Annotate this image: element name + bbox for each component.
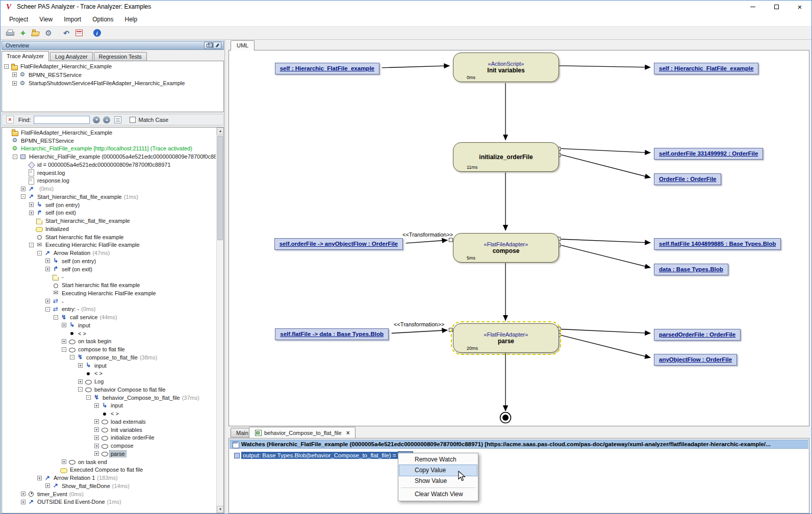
expander-collapsed-icon[interactable]: + <box>12 72 17 77</box>
tree-item[interactable]: +(0ms) <box>3 185 216 193</box>
tree-item[interactable]: -call service(44ms) <box>3 313 216 321</box>
expander-collapsed-icon[interactable]: + <box>21 500 26 504</box>
tree-item[interactable]: +OUTSIDE End Event-Done(1ms) <box>3 498 216 506</box>
find-clear-icon[interactable]: × <box>6 116 14 123</box>
expander-expanded-icon[interactable]: - <box>13 155 17 159</box>
close-tab-icon[interactable]: × <box>346 430 350 436</box>
tree-item[interactable]: Executing Hierarchic FlatFile example <box>3 289 216 297</box>
expander-collapsed-icon[interactable]: + <box>45 267 50 271</box>
print-button[interactable] <box>5 28 16 39</box>
tree-item[interactable]: -Hierarchic_FlatFile_example (0000005a4e… <box>3 152 216 161</box>
expander-expanded-icon[interactable]: - <box>86 395 91 400</box>
tree-item[interactable]: +self (on exit) <box>3 265 216 273</box>
pin-panel-button[interactable] <box>213 42 221 49</box>
tree-item[interactable]: -Executing Hierarchic FlatFile example <box>3 241 216 249</box>
watch-row[interactable]: output: Base Types.Blob(behavior_Compose… <box>233 451 413 459</box>
tree-item[interactable]: +Arrow Relation 1(183ms) <box>3 474 216 482</box>
expander-collapsed-icon[interactable]: + <box>94 427 99 432</box>
tree-item[interactable]: +on task begin <box>3 338 216 346</box>
tree-item[interactable]: Executed Compose to flat file <box>3 466 216 474</box>
expander-expanded-icon[interactable]: - <box>29 243 34 247</box>
tree-item[interactable]: Start_hierarchic_flat_file_example <box>3 217 216 225</box>
tree-item[interactable]: < > <box>3 409 216 418</box>
menu-import[interactable]: Import <box>58 14 87 25</box>
tab-trace-analyzer[interactable]: Trace Analyzer <box>2 51 49 61</box>
menu-project[interactable]: Project <box>4 14 34 25</box>
expander-collapsed-icon[interactable]: + <box>62 339 66 344</box>
object-node-anyobjectflow[interactable]: anyObjectFlow : OrderFile <box>654 354 737 366</box>
context-menu-item-clear-watch-view[interactable]: Clear Watch View <box>399 489 477 500</box>
tree-item[interactable]: +timer_Event(0ms) <box>3 490 216 498</box>
tree-item[interactable]: response.log <box>3 177 216 185</box>
tree-item[interactable]: BPMN_RESTService <box>3 137 216 145</box>
tree-item[interactable]: -FlatFileAdapter_Hierarchic_Example <box>2 62 223 71</box>
expander-collapsed-icon[interactable]: + <box>94 435 99 440</box>
tree-item[interactable]: -entry: -(0ms) <box>3 305 216 314</box>
expander-collapsed-icon[interactable]: + <box>62 459 66 464</box>
watches-header[interactable]: Watches (Hierarchic_FlatFile_example (00… <box>230 440 808 449</box>
tree-item[interactable]: +compose <box>3 442 216 450</box>
object-node-orderfile[interactable]: OrderFile : OrderFile <box>654 173 721 185</box>
tab-regression-tests[interactable]: Regression Tests <box>94 52 147 61</box>
context-menu-item-remove-watch[interactable]: Remove Watch <box>399 454 477 465</box>
float-panel-button[interactable] <box>204 42 212 49</box>
tree-item[interactable]: < > <box>3 329 216 338</box>
tree-item[interactable]: -behavior_Compose_to_flat_file(37ms) <box>3 394 216 402</box>
expander-collapsed-icon[interactable]: + <box>21 187 26 191</box>
tree-item[interactable]: - <box>3 273 216 281</box>
find-next-icon[interactable]: ▾ <box>93 116 100 123</box>
object-node-self-in[interactable]: self : Hierarchic_FlatFile_example <box>275 63 379 74</box>
object-node-self-flatfile[interactable]: self.flatFile 1404899885 : Base Types.Bl… <box>654 238 781 250</box>
expander-expanded-icon[interactable]: - <box>37 251 42 255</box>
tree-item[interactable]: +self (on entry) <box>3 257 216 265</box>
expander-collapsed-icon[interactable]: + <box>29 211 34 215</box>
open-button[interactable] <box>30 28 41 39</box>
scroll-down-icon[interactable]: ▼ <box>217 506 224 513</box>
expander-expanded-icon[interactable]: - <box>54 315 58 320</box>
find-prev-icon[interactable]: ▴ <box>103 116 110 123</box>
expander-collapsed-icon[interactable]: + <box>94 444 99 448</box>
tree-item[interactable]: Start hierarchic flat file example <box>3 233 216 241</box>
menu-help[interactable]: Help <box>119 14 143 25</box>
expander-expanded-icon[interactable]: - <box>4 64 9 69</box>
tree-item[interactable]: -Arrow Relation(47ms) <box>3 249 216 257</box>
tree-item[interactable]: Initialized <box>3 225 216 233</box>
activity-node-init-variables[interactable]: «ActionScript» Init variables 0ms <box>453 53 559 82</box>
object-node-flatfile-transformation[interactable]: self.flatFile -> data : Base Types.Blob <box>275 328 389 340</box>
tree-item[interactable]: +Show_flat_fileDone(14ms) <box>3 482 216 490</box>
tree-item[interactable]: -Start_hierarchic_flat_file_example(1ms) <box>3 193 216 201</box>
expander-collapsed-icon[interactable]: + <box>12 81 17 86</box>
expander-collapsed-icon[interactable]: + <box>94 451 99 456</box>
tab-uml[interactable]: UML <box>231 40 255 50</box>
report-button[interactable] <box>73 28 85 39</box>
tree-item[interactable]: +on task end <box>3 458 216 466</box>
tree-item[interactable]: +StartupShutdownService4FlatFileAdapter_… <box>2 79 223 88</box>
find-input[interactable] <box>34 116 90 124</box>
tree-item[interactable]: FlatFileAdapter_Hierarchic_Example <box>3 128 216 137</box>
tree-item[interactable]: +BPMN_RESTService <box>2 71 223 80</box>
minimize-button[interactable] <box>741 1 765 13</box>
menu-options[interactable]: Options <box>87 14 119 25</box>
tree-scrollbar[interactable]: ▲ ▼ <box>216 127 223 513</box>
activity-node-parse[interactable]: «FlatFileAdapter» parse 20ms <box>453 323 559 353</box>
activity-node-compose[interactable]: «FlatFileAdapter» compose 5ms <box>453 233 559 263</box>
expander-collapsed-icon[interactable]: + <box>21 492 26 496</box>
tree-item[interactable]: +- <box>3 297 216 305</box>
tree-item[interactable]: -compose to flat file <box>3 345 216 353</box>
scrollbar-thumb[interactable] <box>217 136 223 240</box>
expander-expanded-icon[interactable]: - <box>70 355 74 359</box>
tree-item[interactable]: < > <box>3 370 216 378</box>
expander-collapsed-icon[interactable]: + <box>45 483 50 488</box>
expander-collapsed-icon[interactable]: + <box>94 403 99 408</box>
tab-behavior-compose-to-flat-file[interactable]: behavior_Compose_to_flat_file × <box>249 427 356 438</box>
menu-view[interactable]: View <box>34 14 58 25</box>
tab-log-analyzer[interactable]: Log Analyzer <box>50 52 93 61</box>
tree-item[interactable]: id = 0000005a4e521edc0000000809e78700f0c… <box>3 161 216 169</box>
expander-collapsed-icon[interactable]: + <box>37 476 42 480</box>
tree-item[interactable]: +self (on entry) <box>3 201 216 209</box>
close-button[interactable]: × <box>788 1 811 13</box>
expander-collapsed-icon[interactable]: + <box>78 363 83 368</box>
settings-button[interactable]: ⚙ <box>43 28 54 39</box>
expander-collapsed-icon[interactable]: + <box>94 419 99 424</box>
add-button[interactable]: + <box>17 28 29 39</box>
